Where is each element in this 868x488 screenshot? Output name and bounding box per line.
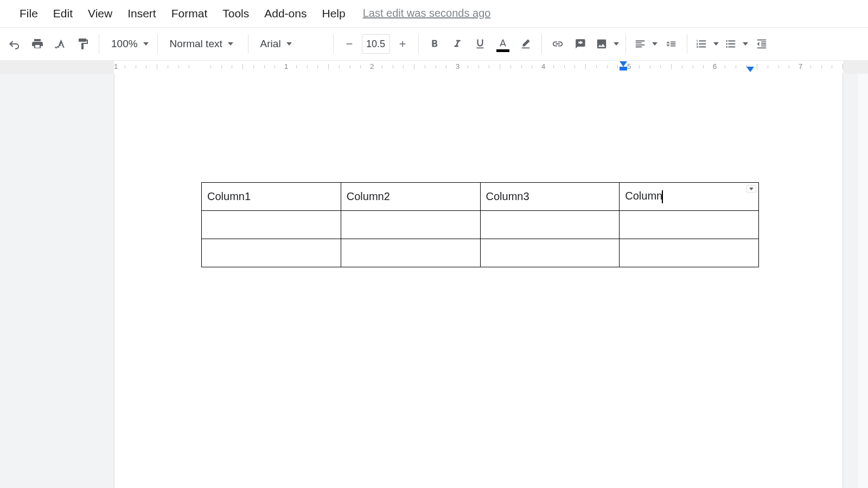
cell-text: Column1 [207, 190, 251, 202]
table-row[interactable]: Column1 Column2 Column3 Column [202, 183, 759, 211]
insert-image-dropdown[interactable] [611, 33, 621, 55]
table-cell[interactable]: Column1 [202, 183, 341, 211]
separator [248, 34, 248, 54]
table-cell[interactable] [480, 239, 620, 267]
zoom-value: 100% [111, 38, 138, 50]
separator [333, 34, 334, 54]
menu-tools[interactable]: Tools [215, 4, 257, 23]
text-color-icon [497, 38, 509, 50]
paragraph-style-value: Normal text [170, 38, 222, 50]
chevron-down-icon [743, 42, 748, 46]
insert-comment-button[interactable] [569, 33, 592, 55]
ruler-left-margin [0, 61, 114, 74]
menu-insert[interactable]: Insert [120, 4, 164, 23]
right-indent-marker[interactable] [746, 67, 754, 72]
table-cell[interactable] [620, 211, 759, 239]
bulleted-list-button[interactable] [721, 33, 750, 55]
menu-addons[interactable]: Add-ons [257, 4, 314, 23]
table-cell[interactable] [480, 211, 620, 239]
cell-text: Column3 [486, 190, 529, 202]
toolbar: 100% Normal text Arial 10.5 [0, 27, 868, 61]
paragraph-style-dropdown[interactable]: Normal text [162, 33, 244, 55]
italic-button[interactable] [446, 33, 469, 55]
table-cell[interactable]: Column2 [341, 183, 480, 211]
minus-icon [344, 39, 354, 49]
first-line-indent-marker[interactable] [620, 61, 627, 67]
print-button[interactable] [26, 33, 49, 55]
font-size-increase-button[interactable] [391, 33, 414, 55]
decrease-indent-button[interactable] [750, 33, 773, 55]
text-align-button[interactable] [630, 33, 660, 55]
vertical-scrollbar[interactable] [858, 74, 868, 488]
font-size-input[interactable]: 10.5 [362, 34, 390, 54]
font-family-value: Arial [260, 38, 281, 50]
zoom-dropdown[interactable]: 100% [104, 33, 153, 55]
page[interactable]: Column1 Column2 Column3 Column [114, 74, 843, 488]
table-cell-active[interactable]: Column [620, 183, 759, 211]
insert-link-button[interactable] [546, 33, 569, 55]
link-icon [552, 38, 564, 50]
cell-options-button[interactable] [746, 185, 756, 192]
spellcheck-button[interactable] [49, 33, 72, 55]
menu-help[interactable]: Help [314, 4, 353, 23]
spellcheck-icon [54, 37, 67, 50]
menu-edit[interactable]: Edit [46, 4, 80, 23]
decrease-indent-icon [756, 38, 768, 50]
underline-icon [474, 38, 486, 50]
separator [687, 34, 687, 54]
menu-format[interactable]: Format [164, 4, 215, 23]
cell-text: Column [625, 190, 662, 202]
ruler-number: 1 [284, 62, 288, 70]
menu-file[interactable]: File [12, 4, 46, 23]
bold-button[interactable] [423, 33, 446, 55]
bold-icon [429, 38, 441, 50]
redo-icon [8, 37, 21, 50]
ruler-number: 4 [541, 62, 545, 70]
underline-button[interactable] [469, 33, 492, 55]
ruler[interactable]: 1 1 2 3 4 5 6 7 // placeholder – ticks d… [0, 61, 868, 74]
table-cell[interactable] [341, 239, 480, 267]
align-left-icon [634, 38, 646, 50]
chevron-down-icon [614, 42, 619, 46]
ruler-number: 7 [799, 62, 802, 70]
comment-icon [575, 38, 586, 50]
ruler-number: 2 [370, 62, 374, 70]
line-spacing-button[interactable] [660, 33, 682, 55]
chevron-down-icon [713, 42, 719, 46]
insert-image-button[interactable] [592, 33, 621, 55]
plus-icon [398, 39, 407, 49]
table-cell[interactable]: Column3 [480, 183, 620, 211]
last-edit-link[interactable]: Last edit was seconds ago [363, 7, 491, 20]
document-area[interactable]: Column1 Column2 Column3 Column [0, 74, 868, 488]
paint-roller-icon [76, 37, 90, 50]
redo-button[interactable] [3, 33, 26, 55]
table-row[interactable] [202, 211, 759, 239]
numbered-list-dropdown[interactable] [711, 33, 721, 55]
bulleted-list-dropdown[interactable] [741, 33, 750, 55]
font-size-decrease-button[interactable] [338, 33, 361, 55]
paint-format-button[interactable] [72, 33, 94, 55]
table-cell[interactable] [620, 239, 759, 267]
page-body[interactable]: Column1 Column2 Column3 Column [114, 74, 843, 267]
text-align-dropdown[interactable] [650, 33, 660, 55]
line-spacing-icon [665, 38, 677, 50]
image-icon [596, 38, 608, 50]
highlight-color-button[interactable] [514, 33, 537, 55]
text-color-button[interactable] [492, 33, 514, 55]
cell-text: Column2 [347, 190, 390, 202]
chevron-down-icon [228, 42, 233, 46]
table-row[interactable] [202, 239, 759, 267]
table-cell[interactable] [202, 211, 341, 239]
table-cell[interactable] [202, 239, 341, 267]
menu-view[interactable]: View [80, 4, 120, 23]
menubar: File Edit View Insert Format Tools Add-o… [0, 0, 868, 27]
left-indent-marker[interactable] [620, 67, 627, 70]
document-table[interactable]: Column1 Column2 Column3 Column [201, 182, 759, 267]
ruler-number: 1 [114, 62, 118, 70]
numbered-list-button[interactable] [692, 33, 721, 55]
table-cell[interactable] [341, 211, 480, 239]
separator [157, 34, 158, 54]
bulleted-list-icon [725, 38, 737, 50]
separator [99, 34, 99, 54]
font-family-dropdown[interactable]: Arial [253, 33, 329, 55]
